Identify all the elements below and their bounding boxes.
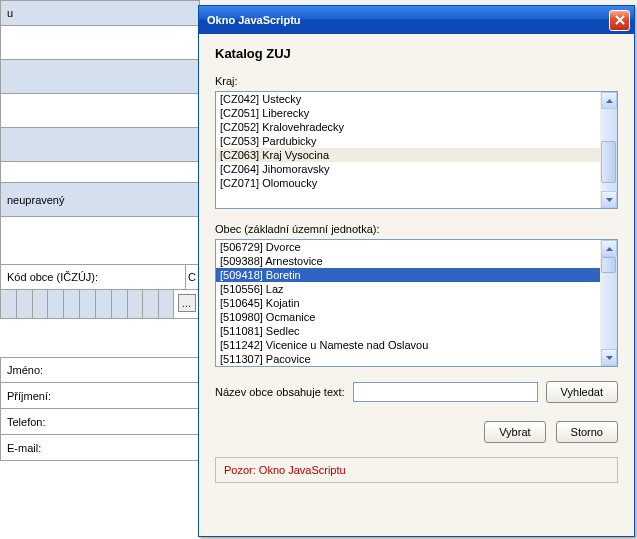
list-item[interactable]: [510556] Laz [216, 282, 600, 296]
code-cell[interactable] [32, 290, 48, 318]
scroll-track[interactable] [601, 109, 617, 191]
list-item[interactable]: [511081] Sedlec [216, 324, 600, 338]
list-item[interactable]: [CZ064] Jihomoravsky [216, 162, 600, 176]
bg-spacer [0, 162, 200, 183]
bg-spacer [0, 94, 200, 128]
row-email: E-mail: [0, 435, 200, 461]
list-item[interactable]: [506729] Dvorce [216, 240, 600, 254]
bg-row-neupraveny: neupravený [0, 183, 200, 217]
code-cell[interactable] [111, 290, 127, 318]
scrollbar[interactable] [600, 92, 617, 208]
label-telefon: Telefon: [7, 416, 46, 428]
scroll-up-button[interactable] [601, 240, 617, 257]
kraj-label: Kraj: [215, 75, 618, 87]
list-item[interactable]: [510645] Kojatin [216, 296, 600, 310]
row-prijmeni: Příjmení: [0, 383, 200, 409]
scroll-thumb[interactable] [601, 257, 616, 273]
obec-listbox[interactable]: [506729] Dvorce [509388] Arnestovice [50… [215, 239, 618, 367]
bg-kod-row: Kód obce (IČZÚJ): C [0, 265, 200, 290]
label-email: E-mail: [7, 442, 41, 454]
bg-row-u: u [0, 0, 200, 26]
select-button[interactable]: Vybrat [484, 421, 545, 443]
bg-row [0, 60, 200, 94]
label-prijmeni: Příjmení: [7, 390, 51, 402]
lookup-button[interactable]: … [178, 294, 196, 312]
list-item[interactable]: [CZ053] Pardubicky [216, 134, 600, 148]
row-jmeno: Jméno: [0, 357, 200, 383]
scroll-down-button[interactable] [601, 349, 617, 366]
close-icon [615, 15, 625, 25]
list-item[interactable]: [CZ052] Kralovehradecky [216, 120, 600, 134]
code-cell[interactable] [0, 290, 16, 318]
footer-warning: Pozor: Okno JavaScriptu [224, 464, 346, 476]
scrollbar[interactable] [600, 240, 617, 366]
scroll-track[interactable] [601, 257, 617, 349]
kod-label: Kód obce (IČZÚJ): [1, 265, 185, 289]
chevron-down-icon [606, 198, 613, 202]
code-cell[interactable] [63, 290, 79, 318]
search-input[interactable] [353, 382, 538, 402]
row-telefon: Telefon: [0, 409, 200, 435]
label-jmeno: Jméno: [7, 364, 43, 376]
bg-gap [0, 319, 200, 357]
cancel-button[interactable]: Storno [556, 421, 618, 443]
bg-row [0, 128, 200, 162]
dialog-window: Okno JavaScriptu Katalog ZUJ Kraj: [CZ04… [198, 5, 635, 537]
obec-label: Obec (základní územní jednotka): [215, 223, 618, 235]
bg-text: neupravený [7, 194, 65, 206]
code-cell[interactable] [142, 290, 158, 318]
list-item[interactable]: [CZ071] Olomoucky [216, 176, 600, 190]
code-cell[interactable] [16, 290, 32, 318]
bg-text: u [7, 7, 13, 19]
bg-inputs-row: … [0, 290, 200, 319]
chevron-up-icon [606, 247, 613, 251]
list-item[interactable]: [509388] Arnestovice [216, 254, 600, 268]
list-item[interactable]: [CZ051] Liberecky [216, 106, 600, 120]
kraj-listbox[interactable]: [CZ042] Ustecky [CZ051] Liberecky [CZ052… [215, 91, 618, 209]
scroll-thumb[interactable] [601, 141, 616, 183]
code-cell[interactable] [79, 290, 95, 318]
scroll-down-button[interactable] [601, 191, 617, 208]
list-item[interactable]: [510980] Ocmanice [216, 310, 600, 324]
window-title: Okno JavaScriptu [207, 14, 609, 26]
close-button[interactable] [609, 10, 630, 31]
titlebar[interactable]: Okno JavaScriptu [199, 6, 634, 34]
chevron-up-icon [606, 99, 613, 103]
code-cell[interactable] [158, 290, 174, 318]
search-button[interactable]: Vyhledat [546, 381, 618, 403]
code-cell[interactable] [95, 290, 111, 318]
bg-spacer [0, 26, 200, 60]
list-item[interactable]: [CZ063] Kraj Vysocina [216, 148, 600, 162]
list-item[interactable]: [511307] Pacovice [216, 352, 600, 366]
search-label: Název obce obsahuje text: [215, 386, 345, 398]
dialog-footer: Pozor: Okno JavaScriptu [215, 457, 618, 483]
bg-spacer [0, 217, 200, 265]
scroll-up-button[interactable] [601, 92, 617, 109]
list-item[interactable]: [CZ042] Ustecky [216, 92, 600, 106]
list-item[interactable]: [511242] Vicenice u Nameste nad Oslavou [216, 338, 600, 352]
chevron-down-icon [606, 356, 613, 360]
code-cell[interactable] [47, 290, 63, 318]
list-item-selected[interactable]: [509418] Boretin [216, 268, 600, 282]
dialog-heading: Katalog ZUJ [215, 46, 618, 61]
code-cell[interactable] [127, 290, 143, 318]
col-c: C [185, 265, 199, 289]
